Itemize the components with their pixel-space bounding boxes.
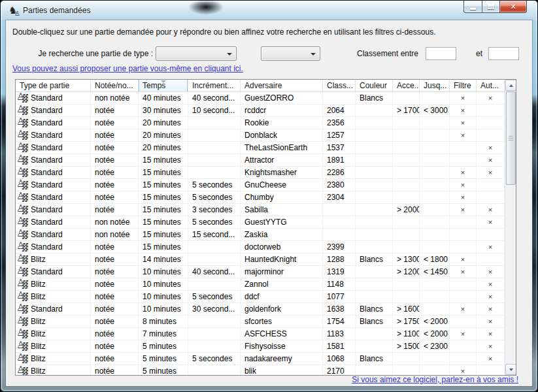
column-header-auto[interactable]: Aut... [477,80,505,91]
table-row[interactable]: ♙Standardnotée15 minutes3 secondesSabill… [16,204,505,216]
cell-increment [188,142,241,154]
column-header-time[interactable]: Temps [139,80,188,91]
table-row[interactable]: ♙Blitznotée10 minutesZannol1148× [16,278,505,291]
cell-time: 15 minutes [139,154,188,166]
propose-game-link[interactable]: Vous pouvez aussi proposer une partie vo… [12,64,243,73]
cell-opponent: rcddcr [241,105,323,116]
close-button[interactable]: ✕ [499,1,527,13]
table-row[interactable]: ♙Blitznotée5 minutesFishysoisse1581> 150… [16,340,505,353]
cell-opponent: nadakareemy [241,353,323,365]
cell-until [420,179,450,191]
table-row[interactable]: ♙Standardnotée10 minutes40 second...majo… [16,266,505,278]
column-header-color[interactable]: Couleur [356,80,393,91]
cell-opponent: Attractor [241,154,323,166]
cell-auto: × [477,278,505,290]
cell-rating: 1638 [323,303,356,315]
cell-color [356,340,393,352]
table-row[interactable]: ♙Standardnotée15 minutes5 secondesChumby… [16,191,505,204]
table-row[interactable]: ♙Standardnon notée15 minutes5 secondesGu… [16,216,505,229]
scroll-down-button[interactable] [505,364,516,375]
column-header-rating[interactable]: Class... [323,80,356,91]
table-row[interactable]: ♙Blitznotée5 minutesblik2170× [16,365,505,375]
cell-rated: notée [91,117,139,129]
cell-increment [188,278,241,290]
game-type-select[interactable] [156,46,237,61]
cell-rated: non notée [91,216,139,228]
table-row[interactable]: ♙Standardnotée15 minutesAttractor1891× [16,154,505,167]
chess-piece-icon: ♙ [18,367,28,376]
cell-rating: 2286 [323,167,356,178]
caption-button-group: ✕ [464,1,527,13]
cell-rated: notée [91,278,139,290]
chess-piece-icon: ♙ [18,106,28,115]
table-row[interactable]: ♙Standardnotée20 minutesRookie2356× [16,117,505,129]
table-row[interactable]: ♙Blitznotée8 minutessfcortes1754Blancs> … [16,316,505,328]
table-row[interactable]: ♙Blitznotée7 minutesASFCHESS1183> 1100< … [16,328,505,340]
rating-min-input[interactable] [426,47,456,60]
column-header-type[interactable]: Type de partie [16,80,91,91]
vertical-scrollbar[interactable] [505,80,516,375]
table-row[interactable]: ♙Standardnotée10 minutes30 second...gold… [16,303,505,316]
cell-rated: notée [91,191,139,203]
table-row[interactable]: ♙Standardnon notée15 minutes15 second...… [16,229,505,241]
cell-time: 20 minutes [139,142,188,154]
cell-rating: 1183 [323,328,356,340]
table-row[interactable]: ♙Blitznotée5 minutes5 secondesnadakareem… [16,353,505,365]
rating-max-input[interactable] [488,47,519,60]
column-header-accept[interactable]: Acce... [393,80,420,91]
cell-type: ♙Standard [16,154,91,166]
cell-rating: 2064 [323,105,356,116]
column-header-filter[interactable]: Filtre [450,80,477,91]
chess-piece-icon: ♙ [18,355,28,363]
instruction-text: Double-cliquez sur une partie demandée p… [12,27,435,37]
cell-time: 10 minutes [139,278,188,290]
table-row[interactable]: ♙Standardnotée15 minutesdoctorweb2399× [16,241,505,253]
cell-type: ♙Standard [16,92,91,104]
cell-increment: 15 second... [188,229,241,240]
cell-filter: × [450,105,477,116]
column-header-increment[interactable]: Incrément... [188,80,241,91]
table-row[interactable]: ♙Standardnotée15 minutesKnightsmasher228… [16,167,505,179]
cell-rated: notée [91,316,139,327]
game-subtype-select[interactable] [261,46,320,61]
cell-type: ♙Blitz [16,365,91,375]
table-row[interactable]: ♙Standardnon notée40 minutes40 second...… [16,92,505,105]
column-header-opponent[interactable]: Adversaire [241,80,323,91]
title-bar[interactable]: ♞♙ Parties demandées ✕ [1,1,537,20]
scrollbar-thumb[interactable] [506,91,516,185]
cell-opponent: blik [241,365,323,375]
cell-until [420,129,450,141]
cell-accept [393,191,420,203]
cell-rating [323,229,356,240]
table-row[interactable]: ♙Standardnotée20 minutesTheLastSionEarth… [16,142,505,154]
wallpaper-smudge [182,1,229,19]
chess-piece-icon: ♙ [18,206,28,214]
column-header-rated[interactable]: Notée/no... [91,80,139,91]
column-header-until[interactable]: Jusq... [420,80,450,91]
cell-auto: × [477,204,505,216]
minimize-button[interactable] [463,1,482,13]
cell-until: < 2300 [420,340,450,352]
cell-accept [393,241,420,253]
cell-filter: × [450,328,477,340]
cell-auto [477,191,505,203]
table-row[interactable]: ♙Standardnotée15 minutes5 secondesGnuChe… [16,179,505,191]
scroll-up-button[interactable] [505,80,516,91]
table-row[interactable]: ♙Standardnotée20 minutesDonblack1257× [16,129,505,142]
cell-color: Blancs [356,92,393,104]
cell-rating [323,204,356,216]
chess-piece-icon: ♙ [18,243,28,252]
cell-accept [393,278,420,290]
cell-until: < 3000 [420,105,450,116]
chevron-down-icon [227,53,232,56]
table-row[interactable]: ♙Standardnotée30 minutes10 second...rcdd… [16,105,505,117]
arrow-up-icon [509,84,513,87]
cell-rated: notée [91,241,139,253]
cell-filter: × [450,179,477,191]
maximize-button[interactable] [482,1,500,13]
table-row[interactable]: ♙Blitznotée10 minutes5 secondesddcf1077× [16,291,505,303]
cell-accept [393,216,420,228]
cell-type: ♙Standard [16,142,91,154]
share-with-friends-link[interactable]: Si vous aimez ce logiciel, parlez-en à v… [352,375,518,384]
table-row[interactable]: ♙Blitznotée14 minutesHauntedKnight1288Bl… [16,253,505,266]
